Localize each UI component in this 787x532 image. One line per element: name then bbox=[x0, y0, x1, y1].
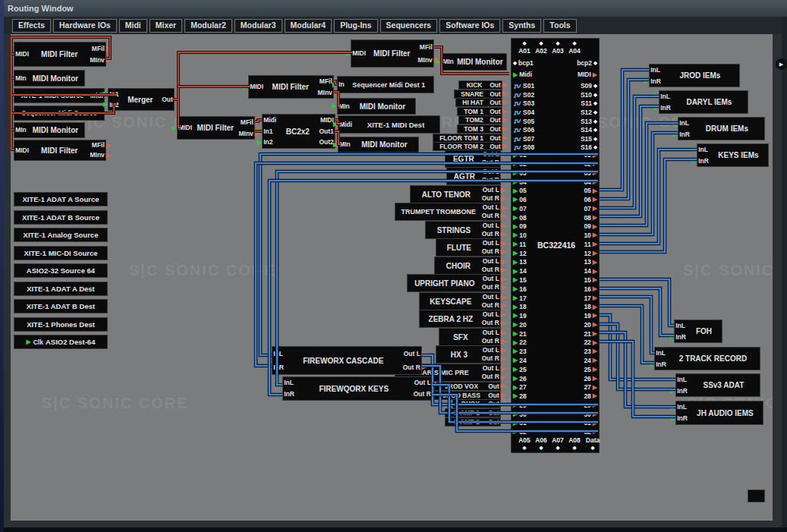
seqsrc-module[interactable]: Sequencer Midi Source bbox=[14, 105, 105, 121]
out-out-port[interactable]: Out▶ bbox=[490, 135, 501, 142]
minv-out-port[interactable]: MInv▶ bbox=[238, 131, 253, 137]
daryliems-module[interactable]: ▶InL▶InRDARYL IEMs bbox=[659, 90, 748, 114]
outl-out-port[interactable]: Out L▶ bbox=[482, 329, 499, 336]
s01-input-port[interactable]: S01 bbox=[513, 83, 534, 90]
inr-in-port[interactable]: ▶InR bbox=[675, 334, 686, 341]
flute-module[interactable]: FLUTEOut L▶Out R▶ bbox=[436, 238, 501, 257]
midi-in-port[interactable]: ▶Midi bbox=[339, 121, 352, 128]
tab-plug-ins[interactable]: Plug-Ins bbox=[334, 19, 377, 33]
midi-in-port[interactable]: ▶MIDI bbox=[352, 50, 366, 57]
channel-03-input-port[interactable]: ▶03 bbox=[513, 170, 527, 177]
tab-modular4[interactable]: Modular4 bbox=[285, 19, 332, 33]
outr-out-port[interactable]: Out R▶ bbox=[482, 373, 499, 380]
sidebar-item-xite-1-phones-dest[interactable]: XITE-1 Phones Dest bbox=[14, 317, 108, 332]
out-out-port[interactable]: Out▶ bbox=[488, 410, 499, 417]
channel-10-input-port[interactable]: ▶10 bbox=[513, 232, 527, 239]
channel-16-input-port[interactable]: ▶16 bbox=[513, 286, 527, 293]
mmon2-module[interactable]: ▶MInMIDI Monitor bbox=[14, 122, 85, 138]
inr-in-port[interactable]: ▶InR bbox=[273, 364, 284, 371]
channel-08-input-port[interactable]: ▶08 bbox=[513, 215, 527, 222]
outl-out-port[interactable]: Out L▶ bbox=[482, 347, 499, 354]
outl-out-port[interactable]: Out L▶ bbox=[482, 294, 499, 301]
channel-24-output-port[interactable]: 24▶ bbox=[584, 357, 597, 364]
agtr-module[interactable]: AGTROut L▶Out R▶ bbox=[446, 167, 501, 185]
inr-in-port[interactable]: ▶InR bbox=[679, 131, 690, 138]
jh-module[interactable]: ▶InL▶InRJH AUDIO IEMS bbox=[675, 401, 763, 425]
wire-audio[interactable] bbox=[600, 80, 649, 199]
channel-32-input-port[interactable]: ▶32 bbox=[513, 429, 527, 436]
s16-output-port[interactable]: S16◆ bbox=[581, 144, 597, 151]
clipped-module[interactable] bbox=[748, 490, 765, 502]
out-out-port[interactable]: Out▶ bbox=[488, 383, 499, 390]
outl-out-port[interactable]: Out L▶ bbox=[482, 168, 499, 175]
outr-out-port[interactable]: Out R▶ bbox=[482, 284, 499, 291]
mmon1-module[interactable]: ▶MInMIDI Monitor bbox=[14, 70, 85, 87]
keyscape-module[interactable]: KEYSCAPEOut L▶Out R▶ bbox=[419, 292, 501, 310]
midi-in-port[interactable]: ▶MIDI bbox=[15, 51, 29, 58]
s11-output-port[interactable]: S11◆ bbox=[581, 100, 597, 107]
channel-31-output-port[interactable]: 31▶ bbox=[584, 420, 597, 427]
routing-canvas[interactable]: S|C SONIC CORES|C SONIC CORES|C SONIC CO… bbox=[11, 34, 773, 521]
ssv3-module[interactable]: ▶InL▶InRSSv3 ADAT bbox=[675, 373, 760, 397]
channel-12-input-port[interactable]: ▶12 bbox=[513, 250, 527, 257]
s06-input-port[interactable]: S06 bbox=[513, 127, 534, 134]
outr-out-port[interactable]: Out R▶ bbox=[482, 159, 499, 166]
s10-output-port[interactable]: S10◆ bbox=[581, 92, 597, 99]
mfil-out-port[interactable]: MFil▶ bbox=[90, 46, 105, 52]
outl-out-port[interactable]: Out L▶ bbox=[482, 151, 499, 158]
inr-in-port[interactable]: ▶InR bbox=[284, 391, 294, 398]
channel-29-output-port[interactable]: 29▶ bbox=[584, 402, 597, 409]
channel-14-output-port[interactable]: 14▶ bbox=[584, 268, 597, 275]
bc2x2-module[interactable]: ▶Midi▶In1▶In2BC2x2MIDI▶Out1▶Out2▶ bbox=[262, 114, 335, 149]
sidebar-item-asio2-32-source-64[interactable]: ASIO2-32 Source 64 bbox=[14, 263, 108, 278]
channel-01-input-port[interactable]: ▶01 bbox=[513, 152, 527, 159]
channel-13-input-port[interactable]: ▶13 bbox=[513, 259, 527, 266]
trumpet-module[interactable]: TRUMPET TROMBONEOut L▶Out R▶ bbox=[395, 203, 501, 221]
sidebar-item-xite-1-mic-di-source[interactable]: XITE-1 MIC-DI Source bbox=[14, 246, 108, 260]
channel-08-output-port[interactable]: 08▶ bbox=[584, 215, 597, 222]
midi-port[interactable]: MIDI▶ bbox=[578, 71, 597, 78]
min-in-port[interactable]: ▶MIn bbox=[442, 58, 454, 65]
channel-04-input-port[interactable]: ▶04 bbox=[513, 179, 527, 186]
minv-out-port[interactable]: MInv▶ bbox=[417, 57, 433, 64]
in1-in-port[interactable]: ▶In1 bbox=[109, 91, 118, 98]
hihat-module[interactable]: HI HATOut▶ bbox=[455, 98, 502, 107]
tom3-module[interactable]: TOM 3Out▶ bbox=[457, 124, 502, 134]
channel-23-output-port[interactable]: 23▶ bbox=[584, 348, 597, 355]
tab-hardware-ios[interactable]: Hardware IOs bbox=[53, 19, 117, 33]
inl-in-port[interactable]: ▶InL bbox=[650, 67, 661, 74]
midi-in-port[interactable]: ▶MIDI bbox=[250, 83, 263, 90]
channel-22-input-port[interactable]: ▶22 bbox=[513, 339, 527, 346]
wire-audio[interactable] bbox=[600, 159, 697, 252]
wire-audio[interactable] bbox=[600, 123, 678, 225]
channel-11-output-port[interactable]: 11▶ bbox=[584, 241, 597, 248]
channel-10-output-port[interactable]: 10▶ bbox=[584, 232, 597, 239]
foh-module[interactable]: ▶InL▶InRFOH bbox=[674, 320, 722, 343]
channel-25-input-port[interactable]: ▶25 bbox=[513, 367, 527, 373]
dvox-module[interactable]: DVOXOut▶ bbox=[452, 399, 501, 408]
mmon4-module[interactable]: ▶MInMIDI Monitor bbox=[338, 137, 419, 153]
channel-20-output-port[interactable]: 20▶ bbox=[584, 322, 597, 329]
inl-in-port[interactable]: ▶InL bbox=[677, 376, 688, 383]
channel-26-output-port[interactable]: 26▶ bbox=[584, 376, 597, 382]
channel-18-input-port[interactable]: ▶18 bbox=[513, 304, 527, 310]
inl-in-port[interactable]: ▶InL bbox=[679, 120, 690, 127]
channel-28-output-port[interactable]: 28▶ bbox=[584, 393, 597, 400]
outr-out-port[interactable]: Out R▶ bbox=[482, 195, 499, 202]
outr-out-port[interactable]: Out R▶ bbox=[482, 338, 499, 345]
inl-in-port[interactable]: ▶InL bbox=[677, 404, 688, 411]
channel-18-output-port[interactable]: 18▶ bbox=[584, 304, 597, 310]
jrodvox-module[interactable]: JROD VOXOut▶ bbox=[434, 382, 501, 391]
mfilter2-module[interactable]: ▶MIDIMIDI FilterMFil▶MInv▶ bbox=[14, 140, 106, 161]
midi-out-port[interactable]: MIDI▶ bbox=[319, 117, 334, 124]
outr-out-port[interactable]: Out R▶ bbox=[414, 391, 431, 398]
mmon3-module[interactable]: ▶MInMIDI Monitor bbox=[337, 98, 416, 115]
outr-out-port[interactable]: Out R▶ bbox=[403, 364, 420, 371]
midi-out-port[interactable]: Midi▶ bbox=[90, 93, 103, 99]
window-title-bar[interactable]: Routing Window bbox=[0, 0, 787, 17]
out-out-port[interactable]: Out▶ bbox=[490, 82, 501, 89]
xitesrc-module[interactable]: XITE-1 MIDI SourceMidi▶ bbox=[14, 88, 105, 103]
outr-out-port[interactable]: Out R▶ bbox=[482, 355, 499, 362]
channel-30-output-port[interactable]: 30▶ bbox=[584, 411, 597, 418]
tab-tools[interactable]: Tools bbox=[543, 19, 576, 33]
